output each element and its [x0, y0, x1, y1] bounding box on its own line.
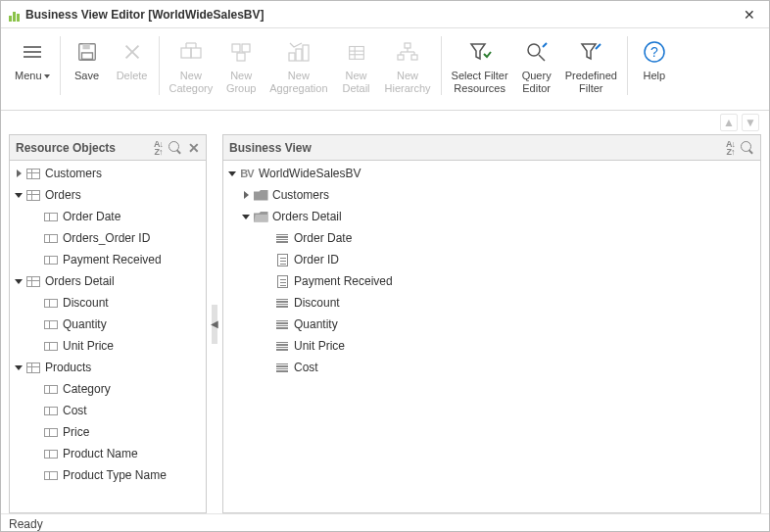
svg-point-27 — [528, 44, 540, 56]
menu-icon — [19, 38, 46, 66]
tree-node-discount[interactable]: Discount — [10, 292, 206, 314]
bv-node-cost[interactable]: Cost — [223, 357, 760, 378]
close-panel-icon[interactable]: ✕ — [188, 140, 200, 156]
main-area: Resource Objects A↓Z↑ ✕ Customers Orders… — [1, 134, 769, 513]
svg-line-29 — [543, 43, 547, 47]
predefined-filter-button[interactable]: Predefined Filter — [559, 34, 623, 99]
new-hierarchy-label: New Hierarchy — [385, 70, 431, 95]
business-view-title: Business View — [229, 141, 312, 155]
app-icon — [9, 8, 20, 22]
tree-node-price[interactable]: Price — [10, 421, 206, 443]
new-aggregation-label: New Aggregation — [269, 70, 327, 95]
svg-rect-11 — [242, 44, 250, 52]
tree-node-orders[interactable]: Orders — [10, 184, 206, 206]
bv-node-unit-price[interactable]: Unit Price — [223, 335, 760, 357]
help-label: Help — [644, 70, 666, 82]
menu-button[interactable]: Menu — [9, 34, 56, 86]
delete-button[interactable]: Delete — [110, 34, 155, 86]
status-bar: Ready — [1, 513, 769, 532]
tree-node-orders-detail[interactable]: Orders Detail — [10, 270, 206, 292]
svg-text:?: ? — [650, 44, 658, 60]
business-view-header: Business View A↓Z↑ — [223, 135, 760, 161]
hierarchy-icon — [394, 38, 421, 66]
bv-node-discount[interactable]: Discount — [223, 292, 760, 314]
business-view-panel: Business View A↓Z↑ BVWorldWideSalesBV Cu… — [222, 134, 761, 513]
group-icon — [227, 38, 255, 66]
query-editor-label: Query Editor — [522, 70, 552, 95]
svg-rect-1 — [82, 44, 89, 50]
tree-node-unit-price[interactable]: Unit Price — [10, 335, 206, 357]
sort-icon[interactable]: A↓Z↑ — [154, 140, 163, 156]
resource-objects-title: Resource Objects — [16, 141, 116, 155]
help-icon: ? — [641, 38, 668, 66]
tree-node-products[interactable]: Products — [10, 357, 206, 378]
tree-node-order-date[interactable]: Order Date — [10, 206, 206, 227]
bv-node-orders-detail[interactable]: Orders Detail — [223, 206, 760, 227]
bv-node-order-id[interactable]: Order ID — [223, 249, 760, 270]
chevron-down-icon — [44, 74, 50, 78]
title-bar: Business View Editor [WorldWideSalesBV] … — [1, 1, 769, 28]
resource-tree[interactable]: Customers Orders Order Date Orders_Order… — [10, 161, 206, 512]
toolbar: Menu Save Delete New Category New Group … — [1, 28, 769, 111]
new-group-button[interactable]: New Group — [218, 34, 264, 99]
new-group-label: New Group — [226, 70, 257, 95]
splitter[interactable]: ◀ — [211, 134, 218, 513]
bv-node-customers[interactable]: Customers — [223, 184, 760, 206]
resource-objects-header: Resource Objects A↓Z↑ ✕ — [10, 135, 206, 161]
category-icon — [177, 38, 205, 66]
svg-rect-22 — [411, 55, 417, 60]
save-button[interactable]: Save — [65, 34, 110, 86]
svg-rect-5 — [181, 48, 191, 58]
predefined-filter-icon — [577, 38, 604, 66]
detail-icon — [343, 38, 370, 66]
new-detail-label: New Detail — [342, 70, 369, 95]
bv-node-quantity[interactable]: Quantity — [223, 314, 760, 335]
save-icon — [73, 38, 101, 66]
aggregation-icon — [285, 38, 313, 66]
new-aggregation-button[interactable]: New Aggregation — [264, 34, 333, 99]
tree-node-payment-received[interactable]: Payment Received — [10, 249, 206, 270]
splitter-handle-icon: ◀ — [212, 305, 217, 344]
tree-node-orders-order-id[interactable]: Orders_Order ID — [10, 227, 206, 249]
tree-node-cost[interactable]: Cost — [10, 400, 206, 421]
close-button[interactable]: ✕ — [738, 5, 761, 24]
tree-node-customers[interactable]: Customers — [10, 163, 206, 184]
sort-icon[interactable]: A↓Z↑ — [726, 140, 735, 156]
svg-rect-13 — [289, 53, 295, 61]
query-editor-button[interactable]: Query Editor — [514, 34, 559, 99]
new-detail-button[interactable]: New Detail — [334, 34, 379, 99]
resource-objects-panel: Resource Objects A↓Z↑ ✕ Customers Orders… — [9, 134, 207, 513]
new-category-button[interactable]: New Category — [164, 34, 219, 99]
svg-rect-21 — [398, 55, 404, 60]
bv-node-payment-received[interactable]: Payment Received — [223, 270, 760, 292]
move-down-button[interactable]: ▼ — [742, 114, 759, 131]
svg-rect-12 — [237, 53, 245, 61]
tree-node-quantity[interactable]: Quantity — [10, 314, 206, 335]
status-text: Ready — [9, 517, 43, 531]
window-title: Business View Editor [WorldWideSalesBV] — [25, 8, 738, 22]
svg-rect-14 — [296, 49, 302, 61]
select-filter-resources-button[interactable]: Select Filter Resources — [446, 34, 514, 99]
tree-node-product-name[interactable]: Product Name — [10, 443, 206, 464]
tree-node-category[interactable]: Category — [10, 378, 206, 400]
svg-rect-2 — [81, 53, 92, 59]
bv-node-root[interactable]: BVWorldWideSalesBV — [223, 163, 760, 184]
help-button[interactable]: ? Help — [632, 34, 677, 86]
nav-row: ▲ ▼ — [1, 111, 769, 134]
svg-rect-6 — [191, 48, 201, 58]
bv-node-order-date[interactable]: Order Date — [223, 227, 760, 249]
select-filter-resources-label: Select Filter Resources — [452, 70, 508, 95]
new-hierarchy-button[interactable]: New Hierarchy — [379, 34, 437, 99]
move-up-button[interactable]: ▲ — [720, 114, 738, 131]
business-view-tree[interactable]: BVWorldWideSalesBV Customers Orders Deta… — [223, 161, 760, 512]
delete-label: Delete — [117, 70, 148, 82]
menu-label: Menu — [15, 70, 42, 82]
svg-rect-10 — [232, 44, 240, 52]
tree-node-product-type-name[interactable]: Product Type Name — [10, 464, 206, 486]
svg-rect-20 — [405, 43, 410, 48]
search-icon[interactable] — [741, 141, 754, 155]
new-category-label: New Category — [169, 70, 214, 95]
svg-rect-15 — [303, 45, 309, 61]
svg-rect-16 — [349, 47, 363, 60]
search-icon[interactable] — [168, 141, 182, 155]
